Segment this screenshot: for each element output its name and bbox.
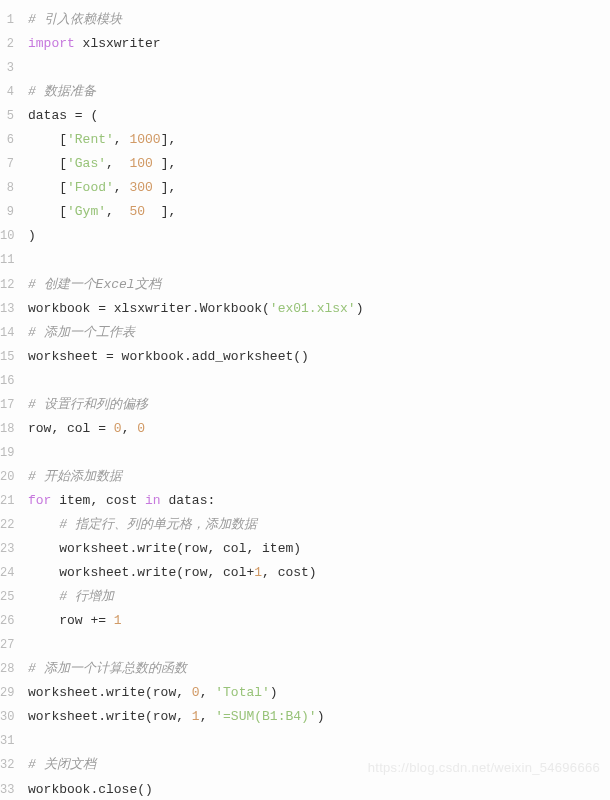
code-line: 24 worksheet.write(row, col+1, cost) [0,561,610,585]
line-number: 32 [0,754,28,776]
line-number: 14 [0,322,28,344]
code-line: 9 ['Gym', 50 ], [0,200,610,224]
code-line: 19 [0,441,610,465]
line-number: 31 [0,730,28,752]
code-content: worksheet = workbook.add_worksheet() [28,345,610,369]
code-line: 14# 添加一个工作表 [0,321,610,345]
code-content: # 指定行、列的单元格，添加数据 [28,513,610,537]
line-number: 9 [0,201,28,223]
line-number: 3 [0,57,28,79]
line-number: 23 [0,538,28,560]
line-number: 19 [0,442,28,464]
line-number: 8 [0,177,28,199]
line-number: 20 [0,466,28,488]
code-line: 20# 开始添加数据 [0,465,610,489]
code-line: 3 [0,56,610,80]
code-line: 33workbook.close() [0,778,610,801]
code-line: 15worksheet = workbook.add_worksheet() [0,345,610,369]
line-number: 11 [0,249,28,271]
code-content [28,441,610,465]
code-content: worksheet.write(row, col+1, cost) [28,561,610,585]
code-content [28,633,610,657]
code-content: ['Gas', 100 ], [28,152,610,176]
code-block: 1# 引入依赖模块2import xlsxwriter3 4# 数据准备5dat… [0,8,610,800]
code-line: 21for item, cost in datas: [0,489,610,513]
code-line: 13workbook = xlsxwriter.Workbook('ex01.x… [0,297,610,321]
code-content: import xlsxwriter [28,32,610,56]
line-number: 21 [0,490,28,512]
watermark-text: https://blog.csdn.net/weixin_54696666 [368,756,600,780]
code-line: 10) [0,224,610,248]
code-line: 8 ['Food', 300 ], [0,176,610,200]
code-line: 1# 引入依赖模块 [0,8,610,32]
code-content: # 添加一个计算总数的函数 [28,657,610,681]
code-content [28,56,610,80]
line-number: 25 [0,586,28,608]
line-number: 5 [0,105,28,127]
code-line: 17# 设置行和列的偏移 [0,393,610,417]
line-number: 15 [0,346,28,368]
code-content: datas = ( [28,104,610,128]
code-line: 6 ['Rent', 1000], [0,128,610,152]
line-number: 2 [0,33,28,55]
line-number: 10 [0,225,28,247]
code-content: ['Food', 300 ], [28,176,610,200]
code-line: 23 worksheet.write(row, col, item) [0,537,610,561]
line-number: 18 [0,418,28,440]
code-content: ['Rent', 1000], [28,128,610,152]
code-line: 7 ['Gas', 100 ], [0,152,610,176]
code-line: 11 [0,248,610,272]
line-number: 6 [0,129,28,151]
code-line: 26 row += 1 [0,609,610,633]
code-content [28,729,610,753]
line-number: 12 [0,274,28,296]
code-line: 27 [0,633,610,657]
code-content: # 开始添加数据 [28,465,610,489]
code-content: ) [28,224,610,248]
line-number: 28 [0,658,28,680]
code-content: # 设置行和列的偏移 [28,393,610,417]
code-content: workbook = xlsxwriter.Workbook('ex01.xls… [28,297,610,321]
line-number: 22 [0,514,28,536]
code-content: # 添加一个工作表 [28,321,610,345]
code-content: worksheet.write(row, col, item) [28,537,610,561]
line-number: 17 [0,394,28,416]
code-content: for item, cost in datas: [28,489,610,513]
line-number: 4 [0,81,28,103]
line-number: 1 [0,9,28,31]
code-content [28,248,610,272]
code-line: 18row, col = 0, 0 [0,417,610,441]
code-content: # 创建一个Excel文档 [28,273,610,297]
code-line: 31 [0,729,610,753]
code-line: 29worksheet.write(row, 0, 'Total') [0,681,610,705]
line-number: 33 [0,779,28,801]
code-line: 5datas = ( [0,104,610,128]
code-content: worksheet.write(row, 0, 'Total') [28,681,610,705]
code-line: 28# 添加一个计算总数的函数 [0,657,610,681]
code-content: row, col = 0, 0 [28,417,610,441]
code-content: ['Gym', 50 ], [28,200,610,224]
code-line: 25 # 行增加 [0,585,610,609]
code-line: 22 # 指定行、列的单元格，添加数据 [0,513,610,537]
code-content [28,369,610,393]
line-number: 16 [0,370,28,392]
code-line: 30worksheet.write(row, 1, '=SUM(B1:B4)') [0,705,610,729]
code-line: 16 [0,369,610,393]
code-content: workbook.close() [28,778,610,801]
code-line: 4# 数据准备 [0,80,610,104]
line-number: 26 [0,610,28,632]
line-number: 7 [0,153,28,175]
code-line: 2import xlsxwriter [0,32,610,56]
code-content: row += 1 [28,609,610,633]
line-number: 27 [0,634,28,656]
line-number: 29 [0,682,28,704]
code-line: 12# 创建一个Excel文档 [0,273,610,297]
code-content: # 行增加 [28,585,610,609]
line-number: 24 [0,562,28,584]
line-number: 13 [0,298,28,320]
line-number: 30 [0,706,28,728]
code-content: # 引入依赖模块 [28,8,610,32]
code-content: # 数据准备 [28,80,610,104]
code-content: worksheet.write(row, 1, '=SUM(B1:B4)') [28,705,610,729]
